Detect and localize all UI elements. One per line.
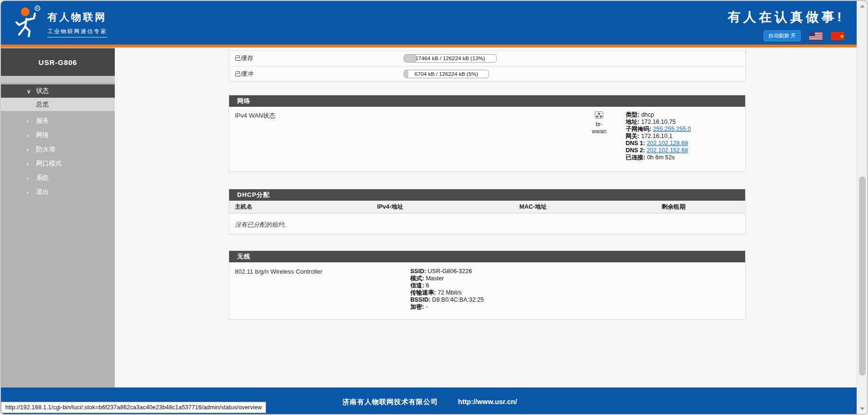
detail-label: DNS 2: bbox=[626, 147, 645, 154]
wireless-section-header: 无线 bbox=[229, 251, 745, 262]
bitrate-value: 72 Mbit/s bbox=[438, 289, 462, 296]
detail-label: 类型: bbox=[626, 111, 639, 118]
chevron-down-icon: ∨ bbox=[27, 88, 36, 95]
detail-label: 网关: bbox=[626, 133, 639, 139]
sidebar-item-system[interactable]: › 系统 bbox=[1, 171, 115, 184]
sidebar-item-label: 防火墙 bbox=[36, 145, 55, 154]
dhcp-section-header: DHCP分配 bbox=[229, 189, 745, 201]
wan-type: dhcp bbox=[641, 111, 654, 118]
detail-label: 地址: bbox=[626, 119, 639, 125]
chevron-right-icon: › bbox=[27, 189, 36, 196]
wireless-panel: 无线 802.11 b/g/n Wireless Controller SSID… bbox=[229, 250, 746, 320]
gateway-value: 172.16.10.1 bbox=[641, 133, 673, 139]
detail-label: 已连接: bbox=[626, 154, 646, 161]
progress-value: 6704 kB / 126224 kB (5%) bbox=[404, 70, 489, 78]
column-mac: MAC-地址 bbox=[519, 203, 662, 211]
footer-company: 济南有人物联网技术有限公司 bbox=[342, 397, 438, 406]
clipped-row bbox=[229, 47, 745, 51]
progress-value: 17464 kB / 126224 kB (13%) bbox=[404, 55, 496, 62]
memory-table: 已缓存 17464 kB / 126224 kB (13%) 已缓冲 6704 … bbox=[229, 47, 746, 82]
brand-block: R 有人物联网 工业物联网通信专家 bbox=[9, 4, 107, 41]
sidebar-item-label: 总览 bbox=[36, 100, 49, 109]
dhcp-empty-message: 没有已分配的租约。 bbox=[229, 213, 745, 236]
detail-label: BSSID: bbox=[410, 296, 430, 303]
dhcp-panel: DHCP分配 主机名 IPv4-地址 MAC-地址 剩余租期 没有已分配的租约。 bbox=[229, 189, 746, 234]
scrollbar-thumb[interactable] bbox=[859, 176, 866, 376]
footer-website-link[interactable]: http://www.usr.cn/ bbox=[458, 398, 517, 406]
sidebar-item-label: 网络 bbox=[36, 131, 49, 139]
sidebar-item-label: 网口模式 bbox=[36, 159, 62, 168]
chevron-right-icon: › bbox=[27, 146, 36, 153]
encryption-value: - bbox=[426, 304, 428, 310]
sidebar: USR-G806 ∨ 状态 总览 › 服务 › 网络 › 防火墙 bbox=[1, 47, 115, 387]
bridge-interface-icon bbox=[595, 111, 603, 119]
cached-progress-bar: 17464 kB / 126224 kB (13%) bbox=[404, 54, 497, 63]
sidebar-item-status[interactable]: ∨ 状态 bbox=[1, 84, 115, 98]
ssid-value: USR-G806-3226 bbox=[428, 268, 472, 275]
usr-person-logo-icon: R bbox=[9, 4, 44, 41]
netmask-link[interactable]: 255.255.255.0 bbox=[653, 126, 691, 132]
sidebar-divider bbox=[1, 76, 115, 83]
detail-label: 传输速率: bbox=[410, 289, 436, 296]
network-panel: 网络 IPv4 WAN状态 br- wwan 类型: dhcp bbox=[229, 95, 746, 172]
chevron-right-icon: › bbox=[27, 118, 36, 125]
auto-refresh-state: 开 bbox=[791, 33, 796, 38]
dns1-link[interactable]: 202.102.128.68 bbox=[646, 140, 688, 147]
network-section-header: 网络 bbox=[229, 95, 745, 107]
scroll-down-icon[interactable] bbox=[860, 407, 865, 410]
detail-label: 模式: bbox=[410, 275, 424, 282]
interface-name-line: wwan bbox=[575, 128, 623, 135]
mode-value: Master bbox=[426, 275, 444, 282]
wan-address: 172.16.10.75 bbox=[641, 119, 676, 125]
browser-viewport: R 有人物联网 工业物联网通信专家 有人在认真做事! 自动刷新 开 ★ USR-… bbox=[0, 0, 868, 415]
bssid-value: D8:B0:4C:BA:32:25 bbox=[432, 296, 484, 303]
channel-value: 6 bbox=[426, 282, 429, 289]
dns2-link[interactable]: 202.102.152.68 bbox=[646, 147, 688, 154]
interface-block: br- wwan bbox=[575, 111, 623, 161]
detail-label: SSID: bbox=[410, 268, 426, 275]
detail-label: 信道: bbox=[410, 282, 424, 289]
sidebar-item-label: 状态 bbox=[36, 87, 49, 95]
sidebar-item-port-mode[interactable]: › 网口模式 bbox=[1, 157, 115, 170]
device-name: USR-G806 bbox=[1, 48, 115, 76]
sidebar-item-label: 退出 bbox=[36, 188, 49, 196]
detail-label: 加密: bbox=[410, 304, 424, 310]
column-lease: 剩余租期 bbox=[662, 203, 745, 211]
us-flag-icon[interactable] bbox=[809, 32, 822, 40]
sidebar-item-overview[interactable]: 总览 bbox=[1, 98, 115, 111]
header-slogan: 有人在认真做事! bbox=[728, 9, 844, 26]
detail-label: DNS 1: bbox=[626, 140, 645, 147]
interface-name-line: br- bbox=[575, 121, 623, 128]
vertical-scrollbar[interactable] bbox=[857, 1, 867, 414]
table-row: 已缓存 17464 kB / 126224 kB (13%) bbox=[229, 51, 745, 66]
chevron-right-icon: › bbox=[27, 132, 36, 139]
svg-text:R: R bbox=[37, 7, 39, 10]
cn-flag-icon[interactable]: ★ bbox=[831, 32, 844, 40]
ipv4-wan-status-label: IPv4 WAN状态 bbox=[229, 111, 401, 161]
table-row: 已缓冲 6704 kB / 126224 kB (5%) bbox=[229, 66, 745, 81]
sidebar-item-services[interactable]: › 服务 bbox=[1, 114, 115, 128]
dhcp-table-header: 主机名 IPv4-地址 MAC-地址 剩余租期 bbox=[229, 201, 745, 213]
chevron-right-icon: › bbox=[27, 175, 36, 182]
scroll-up-icon[interactable] bbox=[860, 5, 865, 8]
sidebar-item-logout[interactable]: › 退出 bbox=[1, 185, 115, 199]
sidebar-item-label: 系统 bbox=[36, 174, 49, 182]
brand-title: 有人物联网 bbox=[47, 10, 107, 24]
chevron-right-icon: › bbox=[27, 160, 36, 167]
column-ipv4: IPv4-地址 bbox=[377, 203, 519, 211]
app-header: R 有人物联网 工业物联网通信专家 有人在认真做事! 自动刷新 开 ★ bbox=[1, 1, 867, 45]
browser-status-url: http://192.168.1.1/cgi-bin/luci/;stok=b6… bbox=[1, 402, 266, 413]
auto-refresh-toggle-button[interactable]: 自动刷新 开 bbox=[764, 30, 801, 41]
auto-refresh-label: 自动刷新 bbox=[768, 33, 789, 38]
memory-buffered-label: 已缓冲 bbox=[229, 70, 401, 78]
column-hostname: 主机名 bbox=[235, 203, 377, 211]
wireless-controller-label: 802.11 b/g/n Wireless Controller bbox=[229, 268, 410, 311]
brand-subtitle: 工业物联网通信专家 bbox=[47, 28, 107, 37]
uptime-value: 0h 6m 52s bbox=[647, 154, 674, 161]
sidebar-item-network[interactable]: › 网络 bbox=[1, 129, 115, 142]
detail-label: 子网掩码: bbox=[626, 126, 651, 132]
buffered-progress-bar: 6704 kB / 126224 kB (5%) bbox=[404, 70, 489, 78]
memory-cached-label: 已缓存 bbox=[229, 54, 401, 63]
sidebar-item-firewall[interactable]: › 防火墙 bbox=[1, 143, 115, 156]
sidebar-item-label: 服务 bbox=[36, 117, 49, 125]
